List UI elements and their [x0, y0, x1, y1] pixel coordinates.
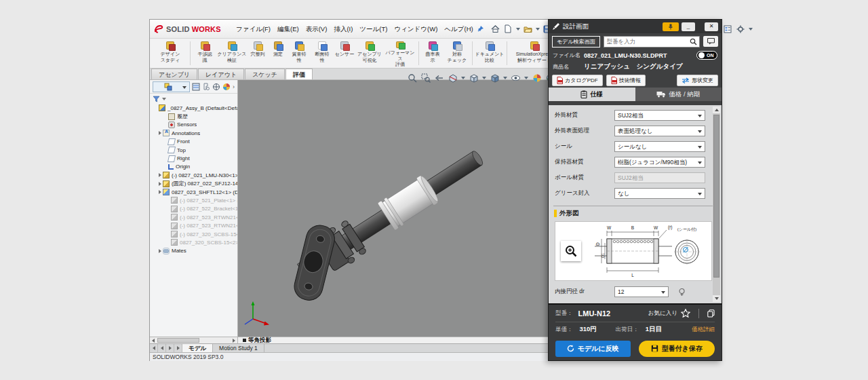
- performance-evaluation-button[interactable]: パフォーマンス 評価: [384, 39, 416, 68]
- expand-chevron-icon[interactable]: ›: [233, 83, 235, 90]
- interference-detection-button[interactable]: 干渉認 識: [193, 39, 217, 68]
- pin-button[interactable]: [663, 22, 679, 31]
- curvature-display-button[interactable]: 曲率表 示: [421, 39, 444, 68]
- new-dropdown-icon[interactable]: [516, 28, 520, 31]
- edit-appearance-icon[interactable]: [531, 73, 542, 84]
- model-link-toggle[interactable]: ON: [696, 51, 717, 60]
- new-document-icon[interactable]: [502, 23, 514, 35]
- outer-material-select[interactable]: SUJ2相当: [614, 110, 705, 121]
- tree-item-part-sfj12[interactable]: (固定) 0827_022_SFJ12-140<1> (D: [150, 180, 237, 188]
- symmetry-check-button[interactable]: 対称 チェック: [444, 39, 470, 68]
- tree-item-annotations[interactable]: Annotations: [150, 129, 237, 137]
- tree-item-sensors[interactable]: Sensors: [150, 121, 237, 129]
- mass-properties-button[interactable]: 質量特 性: [288, 39, 311, 68]
- tab-specification[interactable]: 仕様: [549, 88, 635, 101]
- panel-scrollbar[interactable]: [713, 107, 720, 302]
- favorite-star-icon[interactable]: [681, 309, 690, 318]
- shape-change-button[interactable]: 形状変更: [677, 75, 718, 86]
- tree-item-part-rtwn21-2[interactable]: (-) 0827_523_RTWN21<2> (Default: [150, 221, 237, 229]
- tab-assembly[interactable]: アセンブリ: [151, 69, 197, 79]
- sensor-button[interactable]: センサー: [334, 39, 355, 68]
- close-button[interactable]: ✕: [705, 22, 718, 31]
- hide-show-items-icon[interactable]: [510, 73, 521, 84]
- tree-item-history[interactable]: 履歴: [150, 112, 237, 120]
- scrollbar-thumb[interactable]: [713, 115, 719, 278]
- tree-item-assembly-root[interactable]: _0827_Assy_B (Default<Default_Displa: [150, 104, 237, 112]
- menu-edit[interactable]: 編集(E): [274, 20, 302, 38]
- hide-show-dropdown-icon[interactable]: [524, 77, 528, 79]
- menu-view[interactable]: 表示(V): [302, 20, 331, 38]
- tree-item-origin[interactable]: Origin: [150, 163, 237, 171]
- tech-info-button[interactable]: 技術情報: [606, 75, 646, 86]
- menu-insert[interactable]: 挿入(I): [330, 20, 356, 38]
- display-style-dropdown-icon[interactable]: [503, 77, 507, 79]
- tree-item-mates[interactable]: Mates: [150, 247, 237, 255]
- design-study-button[interactable]: デザイン スタディ: [153, 39, 188, 68]
- displaymanager-tab-icon[interactable]: [222, 81, 231, 92]
- tab-model[interactable]: モデル: [182, 344, 213, 352]
- tree-item-part-lmu-n30[interactable]: (-) 0827_021_LMU-N30<1> (Defau: [150, 171, 237, 179]
- hole-alignment-button[interactable]: 穴整列: [247, 39, 269, 68]
- menu-file[interactable]: ファイル(F): [233, 20, 274, 38]
- tab-first-icon[interactable]: [150, 344, 158, 352]
- tree-item-part-scbs15-2[interactable]: 0827_320_SCBS-15<2> (Default): [150, 238, 237, 246]
- tab-layout[interactable]: レイアウト: [198, 69, 244, 79]
- tab-next-icon[interactable]: [166, 344, 174, 352]
- tab-price-delivery[interactable]: 価格 / 納期: [635, 88, 722, 101]
- scroll-down-icon[interactable]: [713, 295, 720, 302]
- part-number-input[interactable]: [604, 38, 699, 45]
- featuremanager-tab-icon[interactable]: [153, 81, 190, 92]
- display-style-icon[interactable]: [489, 73, 500, 84]
- tab-evaluate[interactable]: 評価: [285, 69, 313, 79]
- menu-window[interactable]: ウィンドウ(W): [391, 20, 441, 38]
- tree-horizontal-scrollbar[interactable]: [150, 337, 238, 343]
- seal-select[interactable]: シールなし: [614, 141, 705, 152]
- view-orientation-dropdown-icon[interactable]: [482, 77, 486, 79]
- section-dropdown-icon[interactable]: [461, 77, 465, 79]
- zoom-fit-icon[interactable]: [406, 73, 418, 84]
- copy-icon[interactable]: [707, 309, 715, 318]
- options-gear-icon[interactable]: [735, 23, 747, 35]
- tab-sketch[interactable]: スケッチ: [245, 69, 285, 79]
- tree-item-part-plate[interactable]: (-) 0827_521_Plate<1> (Default): [150, 196, 237, 204]
- configurationmanager-tab-icon[interactable]: [202, 81, 210, 92]
- view-orientation-icon[interactable]: [468, 73, 479, 84]
- home-icon[interactable]: [490, 23, 501, 35]
- minimize-button[interactable]: _: [682, 22, 695, 31]
- surface-treatment-select[interactable]: 表面処理なし: [614, 126, 705, 136]
- dimxpert-tab-icon[interactable]: [212, 81, 220, 92]
- tree-item-top-plane[interactable]: Top: [150, 146, 237, 154]
- tree-item-front-plane[interactable]: Front: [150, 138, 237, 146]
- clearance-verification-button[interactable]: クリアランス 検証: [217, 39, 247, 68]
- zoom-area-icon[interactable]: [420, 73, 431, 84]
- tree-item-part-bracket[interactable]: (-) 0827_522_Bracket<1> (Default): [150, 205, 237, 213]
- save-with-part-number-button[interactable]: 型番付き保存: [639, 341, 715, 357]
- tree-item-part-shftl12[interactable]: 0827_023_SHFTL12<1> (Default<[: [150, 188, 237, 196]
- scroll-up-icon[interactable]: [713, 107, 720, 113]
- propertymanager-tab-icon[interactable]: [192, 81, 200, 92]
- tab-last-icon[interactable]: [174, 344, 182, 352]
- tab-motion-study[interactable]: Motion Study 1: [213, 344, 264, 352]
- tree-item-part-rtwn21-1[interactable]: (-) 0827_523_RTWN21<1> (Default: [150, 213, 237, 221]
- model-search-button[interactable]: モデル検索画面: [552, 36, 600, 48]
- retainer-material-select[interactable]: 樹脂(ジュラコン/M90相当): [614, 157, 705, 168]
- open-icon[interactable]: [522, 23, 534, 35]
- tree-item-right-plane[interactable]: Right: [150, 154, 237, 162]
- apply-to-model-button[interactable]: モデルに反映: [555, 341, 631, 357]
- tab-prev-icon[interactable]: [158, 344, 166, 352]
- tree-filter[interactable]: [150, 94, 237, 104]
- feedback-button[interactable]: [703, 36, 718, 47]
- inner-diameter-select[interactable]: 12: [614, 286, 669, 297]
- section-properties-button[interactable]: 断面特 性: [311, 39, 334, 68]
- section-view-icon[interactable]: [447, 73, 458, 84]
- tree-item-part-scbs15-1[interactable]: (-) 0827_320_SCBS-15<1> (Default: [150, 230, 237, 238]
- search-icon[interactable]: [690, 38, 697, 45]
- catalog-pdf-button[interactable]: カタログPDF: [552, 75, 603, 86]
- menu-tools[interactable]: ツール(T): [356, 20, 391, 38]
- price-detail-link[interactable]: 価格詳細: [692, 326, 715, 334]
- compare-documents-button[interactable]: ドキュメント 比較: [475, 39, 505, 68]
- menu-help[interactable]: ヘルプ(H): [441, 20, 476, 38]
- measure-button[interactable]: 測定: [269, 39, 288, 68]
- open-dropdown-icon[interactable]: [536, 28, 540, 31]
- scroll-left-icon[interactable]: [150, 337, 157, 343]
